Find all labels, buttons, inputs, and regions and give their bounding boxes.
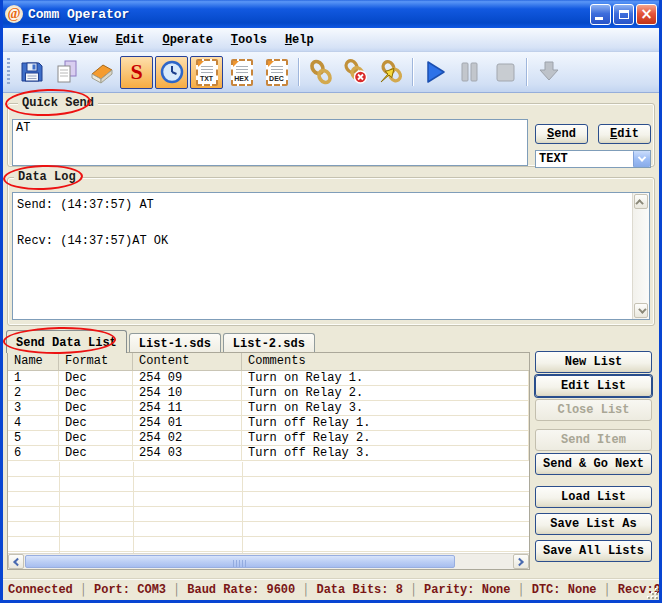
- status-segments: ConnectedPort: COM3Baud Rate: 9600Data B…: [8, 583, 662, 597]
- cell-content: 254 09: [133, 371, 242, 385]
- send-go-next-button[interactable]: Send & Go Next: [535, 453, 652, 475]
- table-row[interactable]: 3 Dec 254 11 Turn on Relay 3.: [8, 401, 529, 416]
- table-header-row: Name Format Content Comments: [8, 353, 529, 371]
- play-icon: [422, 59, 448, 85]
- table-row[interactable]: 6 Dec 254 03 Turn off Relay 3.: [8, 446, 529, 461]
- menu-item[interactable]: Edit: [107, 31, 154, 49]
- table-row[interactable]: 4 Dec 254 01 Turn off Relay 1.: [8, 416, 529, 431]
- scrollbar-thumb[interactable]: [25, 555, 455, 568]
- status-segment: Data Bits: 8: [295, 583, 403, 597]
- scroll-up-button[interactable]: [634, 194, 648, 209]
- app-icon: @: [5, 5, 23, 23]
- erase-button[interactable]: [85, 56, 118, 89]
- data-log-label: Data Log: [14, 170, 80, 184]
- status-segment: Parity: None: [403, 583, 511, 597]
- single-send-icon: S: [130, 61, 142, 83]
- column-header-comments[interactable]: Comments: [242, 353, 529, 370]
- start-button[interactable]: [418, 56, 451, 89]
- scroll-right-button[interactable]: [513, 554, 529, 569]
- connect-button[interactable]: [304, 56, 337, 89]
- thumb-grip: [233, 560, 247, 567]
- table-row[interactable]: 5 Dec 254 02 Turn off Relay 2.: [8, 431, 529, 446]
- format-combobox[interactable]: TEXT: [535, 150, 651, 168]
- hex-doc-icon: HEX: [231, 59, 253, 86]
- close-button[interactable]: ×: [636, 4, 657, 25]
- cell-content: 254 11: [133, 401, 242, 415]
- table-row[interactable]: 2 Dec 254 10 Turn on Relay 2.: [8, 386, 529, 401]
- column-header-format[interactable]: Format: [59, 353, 133, 370]
- copy-button[interactable]: [50, 56, 83, 89]
- tab-send-data-list[interactable]: Send Data List: [6, 330, 127, 353]
- data-log-content[interactable]: Send: (14:37:57) AT Recv: (14:37:57)AT O…: [12, 192, 650, 320]
- table-row[interactable]: 1 Dec 254 09 Turn on Relay 1.: [8, 371, 529, 386]
- toolbar: S TXT HEX DEC: [3, 52, 659, 93]
- reconnect-chain-icon: [378, 59, 404, 85]
- save-all-lists-button[interactable]: Save All Lists: [535, 540, 652, 562]
- titlebar[interactable]: @ Comm Operator ×: [0, 0, 662, 28]
- menu-item[interactable]: Tools: [222, 31, 276, 49]
- cell-name: 1: [8, 371, 59, 385]
- format-text-toggle[interactable]: TXT: [190, 56, 223, 89]
- edit-button[interactable]: Edit: [598, 124, 651, 144]
- data-log-scrollbar[interactable]: [632, 193, 649, 319]
- timer-toggle[interactable]: [155, 56, 188, 89]
- menu-item[interactable]: File: [13, 31, 60, 49]
- chevron-down-icon: [638, 305, 646, 313]
- single-send-toggle[interactable]: S: [120, 56, 153, 89]
- column-header-content[interactable]: Content: [133, 353, 242, 370]
- toolbar-separator: [526, 58, 527, 86]
- send-button[interactable]: Send: [535, 124, 588, 144]
- comm-operator-window: @ Comm Operator × FileViewEditOperateToo…: [0, 0, 662, 603]
- maximize-button[interactable]: [613, 4, 634, 25]
- cell-name: 3: [8, 401, 59, 415]
- column-header-name[interactable]: Name: [8, 353, 59, 370]
- cell-comments: Turn on Relay 3.: [242, 401, 529, 415]
- send-data-table: Name Format Content Comments 1 Dec 254 0…: [7, 352, 530, 570]
- toolbar-separator: [298, 58, 299, 86]
- menu-item[interactable]: View: [60, 31, 107, 49]
- save-icon: [19, 59, 45, 85]
- download-button: [532, 56, 565, 89]
- status-segment: DTC: None: [511, 583, 597, 597]
- edit-list-button[interactable]: Edit List: [535, 375, 652, 397]
- reconnect-button[interactable]: [374, 56, 407, 89]
- minimize-button[interactable]: [590, 4, 611, 25]
- format-dec-toggle[interactable]: DEC: [260, 56, 293, 89]
- load-list-button[interactable]: Load List: [535, 486, 652, 508]
- down-arrow-icon: [536, 59, 562, 85]
- save-list-as-button[interactable]: Save List As: [535, 513, 652, 535]
- menu-item[interactable]: Operate: [153, 31, 221, 49]
- cell-name: 5: [8, 431, 59, 445]
- resize-grip[interactable]: [645, 586, 658, 599]
- toolbar-separator: [412, 58, 413, 86]
- scroll-down-button[interactable]: [634, 303, 648, 318]
- scroll-left-button[interactable]: [8, 554, 24, 569]
- minimize-icon: [595, 17, 603, 20]
- toolbar-grip[interactable]: [7, 58, 10, 86]
- disconnect-button[interactable]: [339, 56, 372, 89]
- table-empty-grid: [8, 462, 529, 553]
- table-horizontal-scrollbar[interactable]: [8, 553, 529, 569]
- new-list-button[interactable]: New List: [535, 351, 652, 373]
- menu-item[interactable]: Help: [276, 31, 323, 49]
- cell-comments: Turn off Relay 3.: [242, 446, 529, 460]
- pause-button: [453, 56, 486, 89]
- cell-name: 4: [8, 416, 59, 430]
- cell-comments: Turn on Relay 2.: [242, 386, 529, 400]
- chevron-left-icon: [13, 557, 21, 565]
- combobox-dropdown-button[interactable]: [633, 151, 650, 167]
- cell-comments: Turn on Relay 1.: [242, 371, 529, 385]
- status-segment: Connected: [8, 583, 73, 597]
- tab-list-2[interactable]: List-2.sds: [223, 333, 315, 353]
- save-button[interactable]: [15, 56, 48, 89]
- cell-comments: Turn off Relay 2.: [242, 431, 529, 445]
- list-tabs: Send Data List List-1.sds List-2.sds: [6, 330, 317, 353]
- cell-content: 254 01: [133, 416, 242, 430]
- cell-format: Dec: [59, 386, 133, 400]
- tab-list-1[interactable]: List-1.sds: [129, 333, 221, 353]
- connect-chain-icon: [308, 59, 334, 85]
- client-area: Quick Send AT Send Edit TEXT Data Log Se…: [3, 93, 659, 578]
- dec-doc-icon: DEC: [266, 59, 288, 86]
- quick-send-input[interactable]: AT: [12, 119, 528, 166]
- format-hex-toggle[interactable]: HEX: [225, 56, 258, 89]
